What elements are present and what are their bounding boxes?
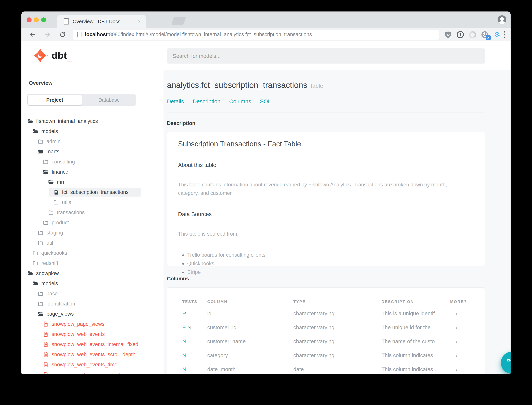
nav-link-sql[interactable]: SQL — [260, 98, 271, 105]
nav-link-columns[interactable]: Columns — [229, 98, 251, 105]
tab-close-icon[interactable]: × — [137, 19, 141, 24]
sources-intro: This table is sourced from: — [178, 230, 461, 238]
power-extension-icon[interactable]: x — [480, 30, 489, 39]
search-input[interactable] — [167, 48, 485, 64]
tree-item-label: fishtown_internal_analytics — [36, 118, 98, 124]
folder-icon — [38, 230, 44, 236]
cell-type: date — [293, 366, 381, 372]
forward-button[interactable] — [44, 31, 51, 39]
tree-item-snowplow_web_events_time[interactable]: snowplow_web_events_time — [21, 359, 164, 370]
tree-item-admin[interactable]: admin — [21, 136, 164, 146]
back-button[interactable] — [29, 31, 36, 39]
folder-open-icon — [43, 169, 49, 175]
file-icon — [43, 362, 49, 367]
ublock-extension-icon[interactable]: uO — [444, 30, 453, 39]
browser-menu-button[interactable] — [504, 31, 506, 38]
expand-row-chevron-icon[interactable]: › — [450, 324, 485, 331]
column-row-id[interactable]: Pidcharacter varyingThis is a unique ide… — [167, 306, 485, 320]
folder-icon — [38, 290, 44, 297]
new-tab-button[interactable] — [171, 17, 186, 25]
data-source-item: Quickbooks — [178, 259, 474, 268]
expand-row-chevron-icon[interactable]: › — [450, 365, 485, 373]
expand-row-chevron-icon[interactable]: › — [450, 310, 485, 317]
tree-item-finance[interactable]: finance — [21, 167, 164, 177]
tree-item-fct_subscription_transactions[interactable]: fct_subscription_transactions — [21, 187, 164, 197]
tree-item-snowplow[interactable]: snowplow — [21, 268, 164, 278]
tree-item-label: consulting — [52, 159, 75, 165]
cell-column: id — [207, 310, 293, 317]
folder-open-icon — [33, 128, 39, 134]
data-source-item: Trello boards for consulting clients — [178, 251, 474, 259]
tree-item-utils[interactable]: utils — [21, 197, 164, 207]
tree-item-base[interactable]: base — [21, 288, 164, 299]
tree-item-snowplow_web_page_context[interactable]: snowplow_web_page_context — [21, 370, 164, 374]
expand-row-chevron-icon[interactable]: › — [450, 338, 485, 345]
tree-item-identification[interactable]: identification — [21, 299, 164, 309]
app-body: Overview ProjectDatabase fishtown_intern… — [21, 70, 511, 374]
window-minimize-button[interactable] — [34, 17, 39, 22]
tree-item-models[interactable]: models — [21, 126, 164, 136]
tree-item-snowplow_web_events_internal_fixed[interactable]: snowplow_web_events_internal_fixed — [21, 339, 164, 349]
tree-item-staging[interactable]: staging — [21, 228, 164, 238]
window-zoom-button[interactable] — [41, 17, 46, 22]
model-file-icon — [43, 331, 49, 337]
cell-description: This is a unique identif... — [381, 310, 450, 317]
tree-item-label: redshift — [41, 260, 58, 266]
model-file-icon — [53, 189, 59, 195]
folder-icon — [33, 260, 39, 266]
disabled-extension-icon[interactable] — [468, 30, 477, 39]
file-icon — [43, 341, 49, 347]
folder-icon — [38, 138, 44, 144]
tree-item-snowplow_page_views[interactable]: snowplow_page_views — [21, 319, 164, 329]
tree-item-marts[interactable]: marts — [21, 146, 164, 156]
url-host: localhost — [85, 32, 108, 37]
tree-item-snowplow_web_events[interactable]: snowplow_web_events — [21, 329, 164, 339]
tree-item-quickbooks[interactable]: quickbooks — [21, 248, 164, 258]
column-row-date_month[interactable]: Ndate_monthdateThis column indicates ...… — [167, 362, 485, 374]
folder-icon — [48, 209, 54, 215]
tree-item-models[interactable]: models — [21, 278, 164, 288]
window-close-button[interactable] — [26, 17, 32, 22]
tree-item-label: product — [52, 220, 69, 225]
tree-item-util[interactable]: util — [21, 238, 164, 248]
folder-icon — [38, 240, 44, 246]
tree-item-label: snowplow_web_events — [52, 331, 105, 337]
file-icon — [43, 321, 49, 327]
folder-icon — [33, 250, 39, 256]
folder-open-icon — [27, 270, 33, 276]
column-row-category[interactable]: Ncategorycharacter varyingThis column in… — [167, 348, 485, 362]
sidebar-tab-database[interactable]: Database — [82, 94, 136, 106]
folder-open-icon — [38, 311, 44, 317]
folder-icon — [38, 290, 44, 297]
reload-button[interactable] — [59, 31, 66, 39]
nav-link-details[interactable]: Details — [167, 98, 184, 105]
url-text: localhost:8080/index.html#!/model/model.… — [85, 32, 312, 38]
browser-tab[interactable]: Overview - DBT Docs × — [57, 15, 146, 28]
onepassword-extension-icon[interactable] — [456, 30, 465, 39]
browser-profile-avatar[interactable] — [498, 15, 506, 24]
snowflake-extension-icon[interactable]: ❄ — [493, 30, 501, 39]
tree-item-label: transactions — [57, 209, 85, 215]
column-row-customer_id[interactable]: F Ncustomer_idcharacter varyingThe uniqu… — [167, 320, 485, 334]
sidebar-tab-project[interactable]: Project — [28, 94, 82, 105]
tree-item-label: util — [46, 240, 53, 246]
tree-item-redshift[interactable]: redshift — [21, 258, 164, 268]
expand-row-chevron-icon[interactable]: › — [450, 351, 485, 359]
nav-link-description[interactable]: Description — [193, 98, 221, 105]
tree-item-transactions[interactable]: transactions — [21, 207, 164, 217]
tree-item-page_views[interactable]: page_views — [21, 309, 164, 319]
tree-item-product[interactable]: product — [21, 217, 164, 228]
folder-icon — [43, 159, 49, 165]
cell-type: character varying — [293, 338, 381, 344]
tree-item-fishtown_internal_analytics[interactable]: fishtown_internal_analytics — [21, 116, 164, 126]
tree-item-snowplow_web_events_scroll_depth[interactable]: snowplow_web_events_scroll_depth — [21, 349, 164, 359]
url-bar[interactable]: localhost:8080/index.html#!/model/model.… — [73, 30, 439, 40]
tree-item-label: identification — [46, 301, 75, 307]
tree-item-consulting[interactable]: consulting — [21, 156, 164, 167]
column-header-tests: TESTS — [182, 300, 207, 304]
page-icon — [77, 32, 81, 37]
folder-icon — [38, 240, 44, 246]
tree-item-mrr[interactable]: mrr — [21, 177, 164, 187]
column-row-customer_name[interactable]: Ncustomer_namecharacter varyingThe name … — [167, 334, 485, 348]
desktop-background: Overview - DBT Docs × localhost:8080/ — [0, 0, 532, 405]
